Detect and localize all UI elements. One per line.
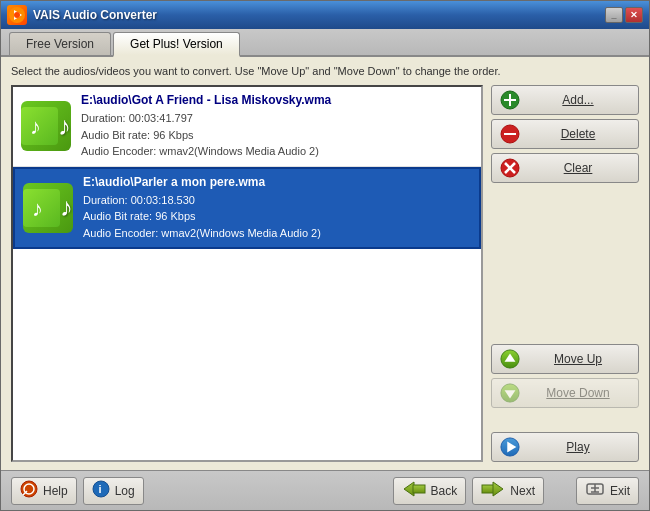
add-button[interactable]: Add...	[491, 85, 639, 115]
minus-icon	[500, 124, 520, 144]
back-label: Back	[431, 484, 458, 498]
svg-text:i: i	[98, 483, 101, 495]
minimize-button[interactable]: _	[605, 7, 623, 23]
exit-label: Exit	[610, 484, 630, 498]
file-encoder-1: Audio Encoder: wmav2(Windows Media Audio…	[81, 143, 473, 160]
button-spacer-top	[491, 187, 639, 340]
right-button-panel: Add... Delete	[491, 85, 639, 462]
tab-bar: Free Version Get Plus! Version	[1, 29, 649, 57]
tab-free-version[interactable]: Free Version	[9, 32, 111, 55]
file-encoder-2: Audio Encoder: wmav2(Windows Media Audio…	[83, 225, 471, 242]
file-title-1: E:\audio\Got A Friend - Lisa Miskovsky.w…	[81, 93, 473, 107]
file-info-2: E:\audio\Parler a mon pere.wma Duration:…	[83, 175, 471, 242]
file-duration-1: Duration: 00:03:41.797	[81, 110, 473, 127]
music-icon-inner-2: ♪	[23, 189, 60, 227]
svg-text:♪: ♪	[32, 196, 43, 221]
move-down-label: Move Down	[526, 386, 630, 400]
delete-button[interactable]: Delete	[491, 119, 639, 149]
play-button-label: Play	[526, 440, 630, 454]
help-label: Help	[43, 484, 68, 498]
file-duration-2: Duration: 00:03:18.530	[83, 192, 471, 209]
music-icon-2: ♪	[23, 183, 73, 233]
instruction-text: Select the audios/videos you want to con…	[11, 65, 639, 77]
music-icon-1: ♪	[21, 101, 71, 151]
log-label: Log	[115, 484, 135, 498]
main-window: VAIS Audio Converter _ ✕ Free Version Ge…	[0, 0, 650, 511]
file-bitrate-2: Audio Bit rate: 96 Kbps	[83, 208, 471, 225]
app-icon	[7, 5, 27, 25]
log-button[interactable]: i Log	[83, 477, 144, 505]
tab-plus-version[interactable]: Get Plus! Version	[113, 32, 240, 57]
play-icon	[500, 437, 520, 457]
exit-button[interactable]: Exit	[576, 477, 639, 505]
move-up-label: Move Up	[526, 352, 630, 366]
next-icon	[481, 480, 505, 501]
up-arrow-icon	[500, 349, 520, 369]
close-button[interactable]: ✕	[625, 7, 643, 23]
next-button[interactable]: Next	[472, 477, 544, 505]
play-button[interactable]: Play	[491, 432, 639, 462]
x-icon	[500, 158, 520, 178]
svg-point-2	[14, 12, 20, 18]
title-bar: VAIS Audio Converter _ ✕	[1, 1, 649, 29]
button-spacer-mid	[491, 412, 639, 428]
delete-button-label: Delete	[526, 127, 630, 141]
bottom-bar: Help i Log	[1, 470, 649, 510]
clear-button[interactable]: Clear	[491, 153, 639, 183]
file-item-2[interactable]: ♪ E:\audio\Parler a mon pere.wma Duratio…	[13, 167, 481, 250]
help-icon	[20, 480, 38, 501]
move-up-button[interactable]: Move Up	[491, 344, 639, 374]
next-label: Next	[510, 484, 535, 498]
file-item-1[interactable]: ♪ E:\audio\Got A Friend - Lisa Miskovsky…	[13, 87, 481, 167]
exit-icon	[585, 480, 605, 501]
help-button[interactable]: Help	[11, 477, 77, 505]
svg-rect-26	[482, 485, 494, 493]
back-icon	[402, 480, 426, 501]
back-button[interactable]: Back	[393, 477, 467, 505]
move-down-button[interactable]: Move Down	[491, 378, 639, 408]
svg-rect-25	[413, 485, 425, 493]
clear-button-label: Clear	[526, 161, 630, 175]
window-controls: _ ✕	[605, 7, 643, 23]
window-title: VAIS Audio Converter	[33, 8, 599, 22]
file-title-2: E:\audio\Parler a mon pere.wma	[83, 175, 471, 189]
info-icon: i	[92, 480, 110, 501]
music-icon-inner-1: ♪	[21, 107, 58, 145]
down-arrow-icon	[500, 383, 520, 403]
file-info-1: E:\audio\Got A Friend - Lisa Miskovsky.w…	[81, 93, 473, 160]
svg-rect-7	[504, 99, 516, 101]
svg-rect-9	[504, 133, 516, 135]
file-list[interactable]: ♪ E:\audio\Got A Friend - Lisa Miskovsky…	[11, 85, 483, 462]
main-content: Select the audios/videos you want to con…	[1, 57, 649, 470]
svg-text:♪: ♪	[30, 114, 41, 139]
file-bitrate-1: Audio Bit rate: 96 Kbps	[81, 127, 473, 144]
add-button-label: Add...	[526, 93, 630, 107]
main-area: ♪ E:\audio\Got A Friend - Lisa Miskovsky…	[11, 85, 639, 462]
svg-marker-27	[493, 482, 503, 496]
plus-icon	[500, 90, 520, 110]
